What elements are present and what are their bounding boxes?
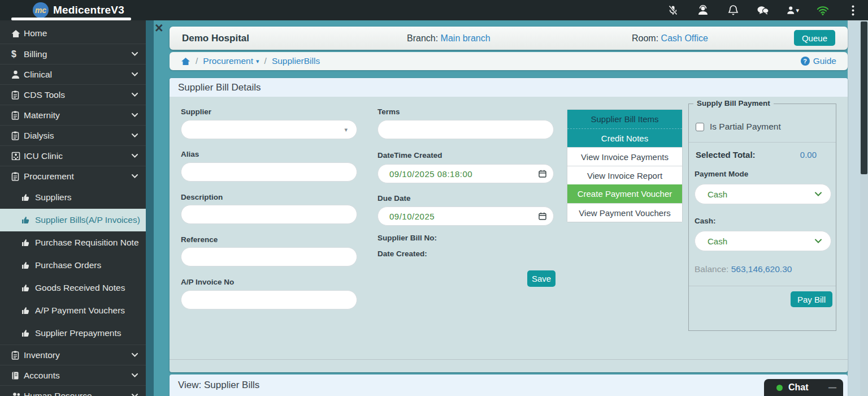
divider: [689, 286, 836, 286]
sidebar-item-inventory[interactable]: Inventory: [0, 345, 146, 365]
minimize-icon[interactable]: —: [828, 383, 836, 392]
guide-link[interactable]: ? Guide: [801, 56, 836, 66]
sidebar-item-dialysis[interactable]: Dialysis: [0, 125, 146, 145]
sidebar-item-suppliers[interactable]: Suppliers: [0, 186, 146, 209]
room-value[interactable]: Cash Office: [661, 33, 708, 43]
sidebar-item-home[interactable]: Home: [0, 23, 146, 44]
payment-mode-select[interactable]: Cash: [695, 184, 831, 204]
datetime-created-label: DateTime Created: [377, 151, 442, 160]
sidebar-item-label: Billing: [24, 49, 132, 59]
sidebar-item-clinical[interactable]: Clinical: [0, 64, 146, 84]
clipboard-icon: [11, 351, 24, 360]
terms-input[interactable]: [377, 120, 554, 139]
supplier-select[interactable]: ▾: [181, 120, 357, 139]
branch-label: Branch:: [407, 33, 438, 43]
partial-payment-row: Is Partial Payment: [696, 122, 781, 132]
hospital-building-icon: [11, 152, 24, 160]
sidebar-item-purchase-orders[interactable]: Purchase Orders: [0, 254, 146, 277]
create-payment-voucher-button[interactable]: Create Payment Voucher: [567, 184, 682, 203]
save-button[interactable]: Save: [527, 270, 555, 287]
view-payment-vouchers-button[interactable]: View Payment Vouchers: [567, 203, 682, 222]
divider: [170, 359, 848, 360]
sidebar-item-accounts[interactable]: Accounts: [0, 365, 146, 385]
selected-total-value: 0.00: [800, 150, 817, 160]
topbar-icons: ▾: [667, 0, 859, 20]
terms-label: Terms: [377, 107, 400, 116]
branch-value[interactable]: Main branch: [441, 33, 491, 43]
sidebar-item-maternity[interactable]: Maternity: [0, 105, 146, 125]
sidebar-item-label: Inventory: [24, 350, 132, 360]
sidebar-item-cds-tools[interactable]: CDS Tools: [0, 84, 146, 105]
sidebar-item-label: A/P Payment Vouchers: [35, 305, 125, 316]
clipboard-icon: [11, 131, 24, 140]
description-input[interactable]: [181, 205, 357, 224]
datetime-created-input[interactable]: 09/10/2025 08:18:00: [377, 164, 554, 183]
support-agent-icon[interactable]: [697, 4, 709, 16]
due-date-value: 09/10/2025: [389, 212, 435, 221]
close-icon[interactable]: ×: [155, 21, 163, 35]
ap-invoice-no-label: A/P Invoice No: [181, 278, 234, 286]
breadcrumb-supplierbills[interactable]: SupplierBills: [272, 56, 320, 66]
supplier-bill-no-label: Supplier Bill No:: [377, 234, 437, 242]
datetime-created-value: 09/10/2025 08:18:00: [389, 169, 472, 179]
sidebar-item-human-resource[interactable]: Human Resource: [0, 385, 146, 396]
sidebar-item-label: Accounts: [24, 371, 132, 381]
alias-input[interactable]: [181, 162, 357, 182]
sidebar-item-supplier-bills[interactable]: Supplier Bills(A/P Invoices): [0, 209, 146, 231]
messages-icon[interactable]: [757, 4, 769, 16]
notifications-bell-icon[interactable]: [727, 4, 739, 16]
is-partial-payment-checkbox[interactable]: [696, 123, 704, 131]
ledger-book-icon: [11, 371, 24, 380]
supplier-bill-details-panel: Supplier Bill Details Supplier ▾ Alias D…: [170, 78, 848, 372]
thumb-icon: [21, 261, 35, 269]
sidebar-item-billing[interactable]: $ Billing: [0, 44, 146, 64]
calendar-icon[interactable]: [539, 212, 546, 220]
home-icon[interactable]: [181, 57, 190, 66]
calendar-icon[interactable]: [539, 170, 546, 178]
supplier-bill-items-button[interactable]: Supplier Bill Items: [567, 110, 682, 128]
breadcrumb-separator: /: [196, 56, 198, 66]
breadcrumb-procurement[interactable]: Procurement ▾: [203, 56, 259, 66]
microphone-slash-icon[interactable]: [667, 4, 679, 16]
ap-invoice-no-input[interactable]: [181, 290, 357, 309]
sidebar-item-purchase-requisition-note[interactable]: Purchase Requisition Note: [0, 231, 146, 254]
sidebar-item-ap-payment-vouchers[interactable]: A/P Payment Vouchers: [0, 299, 146, 322]
pay-bill-button[interactable]: Pay Bill: [791, 291, 832, 307]
sidebar-item-icu-clinic[interactable]: ICU Clinic: [0, 145, 146, 166]
view-invoice-payments-button[interactable]: View Invoice Payments: [567, 147, 682, 166]
credit-notes-button[interactable]: Credit Notes: [567, 128, 682, 147]
sidebar-item-supplier-prepayments[interactable]: Supplier Prepayments: [0, 322, 146, 345]
alias-label: Alias: [181, 150, 199, 158]
chevron-down-icon: [132, 52, 138, 56]
balance-label: Balance:: [695, 264, 728, 274]
selected-total-label: Selected Total:: [696, 150, 756, 160]
queue-button[interactable]: Queue: [794, 30, 835, 46]
sidebar-item-procurement[interactable]: Procurement: [0, 166, 146, 186]
thumb-icon: [21, 284, 35, 292]
view-invoice-report-button[interactable]: View Invoice Report: [567, 166, 682, 184]
cash-label: Cash:: [695, 217, 716, 225]
sidebar-item-label: Supplier Bills(A/P Invoices): [35, 215, 140, 225]
chevron-down-icon: [132, 113, 138, 117]
payment-mode-label: Payment Mode: [695, 170, 748, 178]
more-options-icon[interactable]: [847, 4, 859, 16]
clipboard-icon: [11, 172, 24, 181]
is-partial-payment-label: Is Partial Payment: [710, 122, 781, 132]
description-label: Description: [181, 193, 223, 201]
view-supplier-bills-panel: View: Supplier Bills: [170, 375, 848, 396]
right-edge-strip: [848, 20, 860, 396]
chat-widget[interactable]: Chat —: [764, 379, 843, 396]
user-menu-icon[interactable]: ▾: [787, 4, 799, 16]
wifi-status-icon[interactable]: [817, 4, 829, 16]
payment-mode-value: Cash: [708, 190, 727, 199]
sidebar-item-goods-received-notes[interactable]: Goods Received Notes: [0, 277, 146, 299]
reference-input[interactable]: [181, 247, 357, 266]
scrollbar-thumb[interactable]: [861, 21, 867, 174]
chevron-down-icon: [132, 154, 138, 158]
vertical-scrollbar[interactable]: [860, 20, 868, 396]
balance-value: 563,146,620.30: [731, 264, 792, 274]
guide-label: Guide: [813, 56, 836, 66]
due-date-input[interactable]: 09/10/2025: [377, 206, 554, 226]
cash-account-select[interactable]: Cash: [695, 231, 831, 251]
brand[interactable]: mc MedicentreV3: [33, 2, 124, 18]
